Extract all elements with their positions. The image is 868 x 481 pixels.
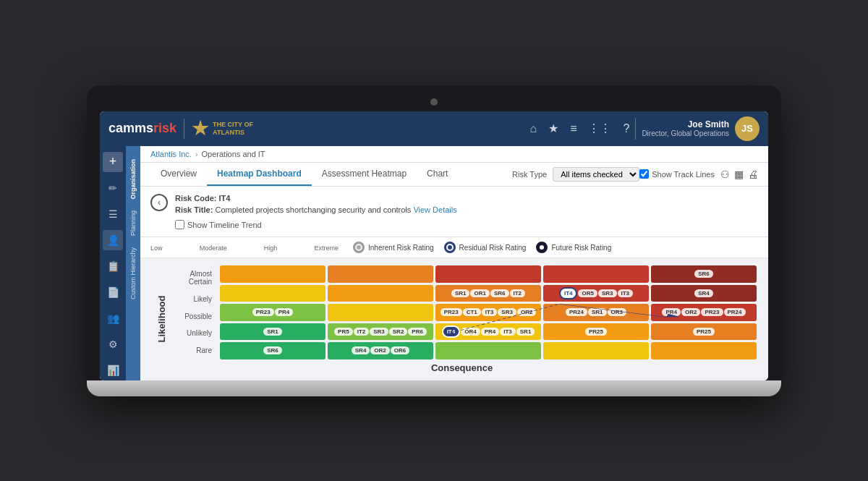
future-label: Future Risk Rating [551, 244, 611, 252]
tab-chart[interactable]: Chart [417, 163, 458, 186]
cell-1-1[interactable] [328, 285, 433, 302]
chip-sr3-2: SR3 [498, 308, 516, 316]
legend-items: Inherent Risk Rating Residual Risk Ratin… [353, 242, 611, 253]
chip-or2-2: OR2 [517, 308, 536, 316]
chip-pr4-24: PR4 [662, 308, 681, 316]
sidebar-clipboard-icon[interactable]: 📋 [103, 256, 123, 276]
sidebar-label-planning[interactable]: Planning [128, 205, 138, 242]
filter-icon[interactable]: ⚇ [720, 169, 730, 180]
x-axis-label: Consequence [167, 362, 757, 373]
apps-icon[interactable]: ⋮⋮ [588, 122, 611, 135]
cell-1-4[interactable]: SR4 [651, 285, 757, 302]
sidebar-gear-icon[interactable]: ⚙ [103, 334, 123, 354]
heatmap-inner: Almost Certain Likely Possible Unlikely … [167, 265, 757, 373]
cell-4-3[interactable] [543, 342, 649, 359]
sidebar-edit-icon[interactable]: ✏ [103, 178, 123, 198]
chip-pr24-24: PR24 [724, 308, 746, 316]
cell-1-0[interactable] [220, 285, 326, 302]
y-axis-label: Likelihood [152, 265, 167, 373]
cell-3-4[interactable]: PR25 [651, 323, 757, 341]
user-avatar[interactable]: JS [735, 116, 760, 141]
user-title: Director, Global Operations [642, 129, 729, 137]
sidebar-label-organisation[interactable]: Organisation [128, 153, 138, 205]
residual-dot [444, 242, 456, 253]
tab-overview[interactable]: Overview [150, 163, 207, 186]
gradient-labels: Low Moderate High Extreme [150, 244, 339, 252]
sidebar-list-icon[interactable]: ☰ [103, 204, 123, 224]
risk-title-value: Completed projects shortchanging securit… [215, 205, 411, 214]
heatmap-container: Likelihood Almost Certain Likely Possibl… [140, 258, 768, 380]
legend-residual: Residual Risk Rating [444, 242, 527, 253]
chip-or3-2: OR3 [608, 308, 626, 316]
cell-2-2[interactable]: PR23 CT1 IT3 SR3 OR2 [435, 304, 541, 321]
cell-4-2[interactable] [435, 342, 541, 359]
cell-3-0[interactable]: SR1 [220, 323, 326, 341]
sidebar-chart-icon[interactable]: 📊 [103, 360, 123, 380]
sidebar-doc-icon[interactable]: 📄 [103, 282, 123, 302]
back-button[interactable]: ‹ [150, 194, 168, 211]
cell-3-2[interactable]: IT4 OR4 PR4 IT3 SR1 [435, 323, 541, 341]
chip-or5-1: OR5 [578, 289, 597, 297]
chip-sr2-3: SR2 [389, 328, 408, 336]
cell-4-4[interactable] [651, 342, 757, 359]
cell-0-2[interactable] [435, 265, 541, 283]
chip-or1-1: OR1 [470, 289, 489, 297]
chip-it2-1: IT2 [510, 289, 526, 297]
risk-type-select[interactable]: All items checked [553, 167, 639, 182]
table-icon[interactable]: ▦ [734, 169, 744, 180]
print-icon[interactable]: 🖨 [748, 169, 758, 180]
cell-3-3[interactable]: PR25 [543, 323, 649, 341]
sidebar-user-icon[interactable]: 👤 [103, 230, 123, 250]
cell-0-0[interactable] [220, 265, 326, 283]
chip-sr1-1: SR1 [451, 289, 470, 297]
cell-2-1[interactable] [328, 304, 433, 321]
org-logo: THE CITY OFATLANTIS [192, 120, 253, 137]
tab-assessment-heatmap[interactable]: Assessment Heatmap [312, 163, 417, 186]
heatmap-grid: Almost Certain Likely Possible Unlikely … [167, 265, 757, 359]
breadcrumb-current: Operations and IT [202, 150, 265, 158]
timeline-label: Show Timeline Trend [187, 219, 262, 231]
track-lines-checkbox[interactable] [639, 169, 649, 179]
cell-2-4[interactable]: PR4 OR2 PR23 PR24 [651, 304, 757, 321]
laptop-base [87, 380, 781, 396]
cell-4-1[interactable]: SR4 OR2 OR6 [328, 342, 433, 359]
inherent-label: Inherent Risk Rating [368, 244, 434, 252]
cell-0-4[interactable]: SR6 [651, 265, 757, 283]
view-details-link[interactable]: View Details [413, 205, 456, 214]
risk-code: Risk Code: IT4 [175, 194, 230, 203]
breadcrumb-link-atlantis[interactable]: Atlantis Inc. [150, 150, 192, 158]
future-dot [536, 242, 548, 253]
logo-divider [184, 119, 184, 139]
tab-heatmap-dashboard[interactable]: Heatmap Dashboard [207, 163, 312, 186]
cell-4-0[interactable]: SR6 [220, 342, 326, 359]
home-icon[interactable]: ⌂ [529, 122, 537, 135]
chip-or6-4: OR6 [391, 346, 409, 354]
gradient-wrapper: Low Moderate High Extreme [150, 244, 339, 252]
chip-or2-24: OR2 [681, 308, 700, 316]
chip-pr24-2: PR24 [566, 308, 587, 316]
help-icon[interactable]: ? [623, 122, 629, 135]
back-icon: ‹ [158, 197, 161, 208]
inherent-dot [353, 242, 365, 253]
chip-or2-4: OR2 [370, 346, 389, 354]
cell-1-2[interactable]: SR1 OR1 SR6 IT2 [435, 285, 541, 302]
cell-2-3[interactable]: PR24 SR1 OR3 [543, 304, 649, 321]
chip-it3-1: IT3 [618, 289, 634, 297]
breadcrumb-sep: › [195, 150, 198, 158]
cell-0-1[interactable] [328, 265, 433, 283]
star-icon[interactable]: ★ [548, 122, 558, 135]
cell-0-3[interactable] [543, 265, 649, 283]
sidebar-label-custom[interactable]: Custom Hierarchy [128, 242, 138, 305]
menu-icon[interactable]: ≡ [570, 122, 576, 135]
sidebar-group-icon[interactable]: 👥 [103, 308, 123, 328]
legend-extreme: Extreme [314, 244, 339, 252]
cell-3-1[interactable]: PR5 IT2 SR3 SR2 PR6 [328, 323, 433, 341]
cell-2-0[interactable]: PR23 PR4 [220, 304, 326, 321]
cell-1-3[interactable]: IT4 OR5 SR3 IT3 [543, 285, 649, 302]
sidebar-add-btn[interactable]: + [103, 152, 123, 172]
tab-content: ‹ Risk Code: IT4 Risk Title: Completed p… [140, 187, 768, 380]
chip-pr23-2: PR23 [252, 308, 274, 316]
timeline-checkbox[interactable] [175, 220, 184, 229]
atlantis-icon [192, 120, 209, 137]
chip-pr5-3: PR5 [334, 328, 353, 336]
